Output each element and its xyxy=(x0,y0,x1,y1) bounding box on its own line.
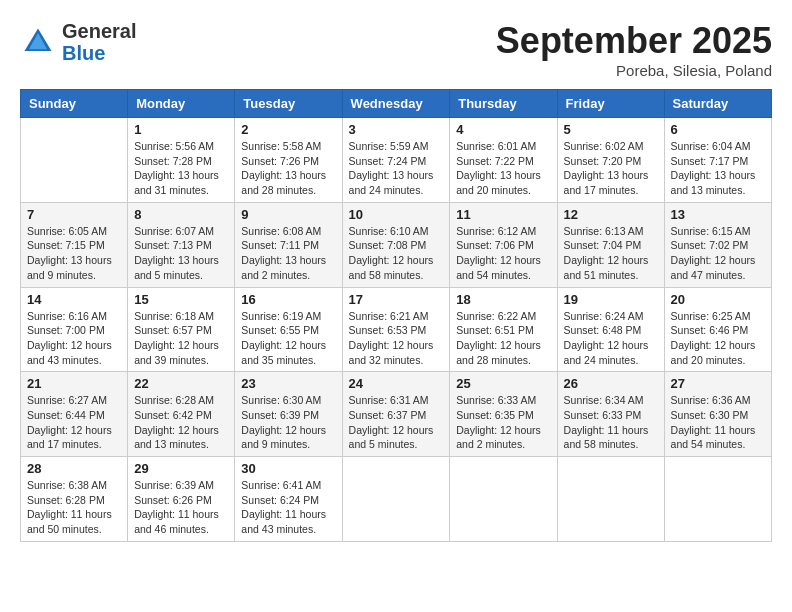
weekday-header-saturday: Saturday xyxy=(664,90,771,118)
day-info: Sunrise: 6:10 AM Sunset: 7:08 PM Dayligh… xyxy=(349,224,444,283)
logo-blue: Blue xyxy=(62,42,105,64)
day-number: 19 xyxy=(564,292,658,307)
day-info: Sunrise: 6:27 AM Sunset: 6:44 PM Dayligh… xyxy=(27,393,121,452)
day-info: Sunrise: 6:08 AM Sunset: 7:11 PM Dayligh… xyxy=(241,224,335,283)
day-number: 4 xyxy=(456,122,550,137)
day-cell: 25Sunrise: 6:33 AM Sunset: 6:35 PM Dayli… xyxy=(450,372,557,457)
logo-icon xyxy=(20,24,56,60)
day-cell: 1Sunrise: 5:56 AM Sunset: 7:28 PM Daylig… xyxy=(128,118,235,203)
day-cell: 4Sunrise: 6:01 AM Sunset: 7:22 PM Daylig… xyxy=(450,118,557,203)
day-number: 30 xyxy=(241,461,335,476)
day-cell: 8Sunrise: 6:07 AM Sunset: 7:13 PM Daylig… xyxy=(128,202,235,287)
day-info: Sunrise: 6:39 AM Sunset: 6:26 PM Dayligh… xyxy=(134,478,228,537)
day-cell: 15Sunrise: 6:18 AM Sunset: 6:57 PM Dayli… xyxy=(128,287,235,372)
weekday-header-wednesday: Wednesday xyxy=(342,90,450,118)
week-row-1: 1Sunrise: 5:56 AM Sunset: 7:28 PM Daylig… xyxy=(21,118,772,203)
day-info: Sunrise: 6:01 AM Sunset: 7:22 PM Dayligh… xyxy=(456,139,550,198)
day-cell: 24Sunrise: 6:31 AM Sunset: 6:37 PM Dayli… xyxy=(342,372,450,457)
day-number: 6 xyxy=(671,122,765,137)
day-cell: 13Sunrise: 6:15 AM Sunset: 7:02 PM Dayli… xyxy=(664,202,771,287)
day-cell: 14Sunrise: 6:16 AM Sunset: 7:00 PM Dayli… xyxy=(21,287,128,372)
title-block: September 2025 Poreba, Silesia, Poland xyxy=(496,20,772,79)
day-number: 27 xyxy=(671,376,765,391)
day-number: 20 xyxy=(671,292,765,307)
day-cell: 18Sunrise: 6:22 AM Sunset: 6:51 PM Dayli… xyxy=(450,287,557,372)
weekday-header-row: SundayMondayTuesdayWednesdayThursdayFrid… xyxy=(21,90,772,118)
day-number: 18 xyxy=(456,292,550,307)
day-number: 14 xyxy=(27,292,121,307)
day-info: Sunrise: 6:04 AM Sunset: 7:17 PM Dayligh… xyxy=(671,139,765,198)
week-row-5: 28Sunrise: 6:38 AM Sunset: 6:28 PM Dayli… xyxy=(21,457,772,542)
day-info: Sunrise: 6:18 AM Sunset: 6:57 PM Dayligh… xyxy=(134,309,228,368)
weekday-header-sunday: Sunday xyxy=(21,90,128,118)
day-number: 3 xyxy=(349,122,444,137)
week-row-3: 14Sunrise: 6:16 AM Sunset: 7:00 PM Dayli… xyxy=(21,287,772,372)
day-info: Sunrise: 6:34 AM Sunset: 6:33 PM Dayligh… xyxy=(564,393,658,452)
day-cell xyxy=(450,457,557,542)
day-info: Sunrise: 6:15 AM Sunset: 7:02 PM Dayligh… xyxy=(671,224,765,283)
day-number: 9 xyxy=(241,207,335,222)
day-number: 12 xyxy=(564,207,658,222)
day-number: 15 xyxy=(134,292,228,307)
day-info: Sunrise: 6:30 AM Sunset: 6:39 PM Dayligh… xyxy=(241,393,335,452)
day-info: Sunrise: 6:16 AM Sunset: 7:00 PM Dayligh… xyxy=(27,309,121,368)
day-info: Sunrise: 6:22 AM Sunset: 6:51 PM Dayligh… xyxy=(456,309,550,368)
weekday-header-tuesday: Tuesday xyxy=(235,90,342,118)
day-number: 25 xyxy=(456,376,550,391)
day-cell: 28Sunrise: 6:38 AM Sunset: 6:28 PM Dayli… xyxy=(21,457,128,542)
day-info: Sunrise: 6:24 AM Sunset: 6:48 PM Dayligh… xyxy=(564,309,658,368)
day-number: 2 xyxy=(241,122,335,137)
day-number: 24 xyxy=(349,376,444,391)
week-row-2: 7Sunrise: 6:05 AM Sunset: 7:15 PM Daylig… xyxy=(21,202,772,287)
day-info: Sunrise: 6:25 AM Sunset: 6:46 PM Dayligh… xyxy=(671,309,765,368)
day-cell: 16Sunrise: 6:19 AM Sunset: 6:55 PM Dayli… xyxy=(235,287,342,372)
day-info: Sunrise: 6:19 AM Sunset: 6:55 PM Dayligh… xyxy=(241,309,335,368)
day-cell xyxy=(342,457,450,542)
day-cell: 9Sunrise: 6:08 AM Sunset: 7:11 PM Daylig… xyxy=(235,202,342,287)
day-cell: 11Sunrise: 6:12 AM Sunset: 7:06 PM Dayli… xyxy=(450,202,557,287)
day-info: Sunrise: 6:13 AM Sunset: 7:04 PM Dayligh… xyxy=(564,224,658,283)
day-number: 23 xyxy=(241,376,335,391)
day-info: Sunrise: 6:36 AM Sunset: 6:30 PM Dayligh… xyxy=(671,393,765,452)
day-cell: 17Sunrise: 6:21 AM Sunset: 6:53 PM Dayli… xyxy=(342,287,450,372)
day-cell xyxy=(21,118,128,203)
day-cell: 21Sunrise: 6:27 AM Sunset: 6:44 PM Dayli… xyxy=(21,372,128,457)
day-info: Sunrise: 6:07 AM Sunset: 7:13 PM Dayligh… xyxy=(134,224,228,283)
day-number: 11 xyxy=(456,207,550,222)
day-cell: 30Sunrise: 6:41 AM Sunset: 6:24 PM Dayli… xyxy=(235,457,342,542)
day-info: Sunrise: 6:41 AM Sunset: 6:24 PM Dayligh… xyxy=(241,478,335,537)
day-number: 7 xyxy=(27,207,121,222)
day-cell: 22Sunrise: 6:28 AM Sunset: 6:42 PM Dayli… xyxy=(128,372,235,457)
day-cell: 5Sunrise: 6:02 AM Sunset: 7:20 PM Daylig… xyxy=(557,118,664,203)
day-info: Sunrise: 6:33 AM Sunset: 6:35 PM Dayligh… xyxy=(456,393,550,452)
day-info: Sunrise: 6:28 AM Sunset: 6:42 PM Dayligh… xyxy=(134,393,228,452)
day-cell: 20Sunrise: 6:25 AM Sunset: 6:46 PM Dayli… xyxy=(664,287,771,372)
weekday-header-thursday: Thursday xyxy=(450,90,557,118)
day-info: Sunrise: 5:58 AM Sunset: 7:26 PM Dayligh… xyxy=(241,139,335,198)
weekday-header-friday: Friday xyxy=(557,90,664,118)
weekday-header-monday: Monday xyxy=(128,90,235,118)
day-info: Sunrise: 6:12 AM Sunset: 7:06 PM Dayligh… xyxy=(456,224,550,283)
logo-general: General xyxy=(62,20,136,42)
day-number: 1 xyxy=(134,122,228,137)
day-number: 13 xyxy=(671,207,765,222)
day-info: Sunrise: 6:02 AM Sunset: 7:20 PM Dayligh… xyxy=(564,139,658,198)
month-title: September 2025 xyxy=(496,20,772,62)
logo-text: General Blue xyxy=(62,20,136,64)
day-cell: 3Sunrise: 5:59 AM Sunset: 7:24 PM Daylig… xyxy=(342,118,450,203)
day-cell xyxy=(557,457,664,542)
day-cell: 23Sunrise: 6:30 AM Sunset: 6:39 PM Dayli… xyxy=(235,372,342,457)
location: Poreba, Silesia, Poland xyxy=(496,62,772,79)
day-cell: 2Sunrise: 5:58 AM Sunset: 7:26 PM Daylig… xyxy=(235,118,342,203)
day-number: 8 xyxy=(134,207,228,222)
day-cell: 27Sunrise: 6:36 AM Sunset: 6:30 PM Dayli… xyxy=(664,372,771,457)
day-number: 26 xyxy=(564,376,658,391)
day-number: 10 xyxy=(349,207,444,222)
day-cell: 26Sunrise: 6:34 AM Sunset: 6:33 PM Dayli… xyxy=(557,372,664,457)
day-cell xyxy=(664,457,771,542)
day-cell: 29Sunrise: 6:39 AM Sunset: 6:26 PM Dayli… xyxy=(128,457,235,542)
calendar-table: SundayMondayTuesdayWednesdayThursdayFrid… xyxy=(20,89,772,542)
day-cell: 7Sunrise: 6:05 AM Sunset: 7:15 PM Daylig… xyxy=(21,202,128,287)
day-number: 22 xyxy=(134,376,228,391)
day-number: 17 xyxy=(349,292,444,307)
